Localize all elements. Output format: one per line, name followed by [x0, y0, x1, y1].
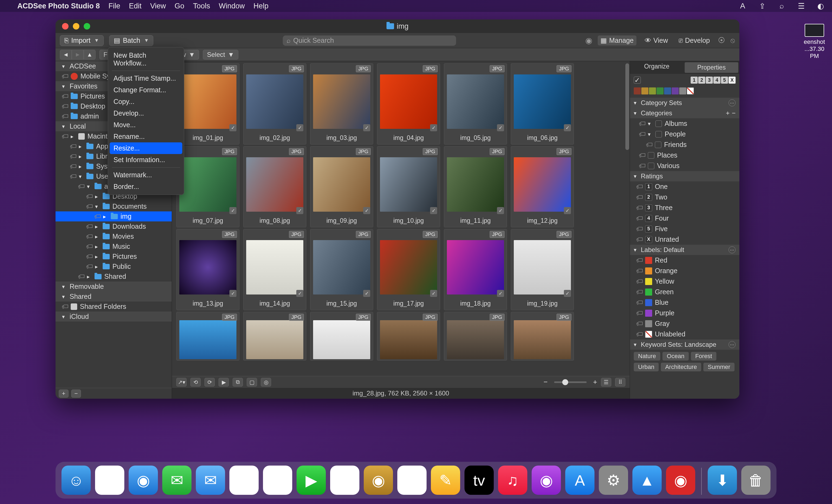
gear-icon[interactable]: ⋯ [729, 341, 735, 348]
rating-item[interactable]: 🏷XUnrated [630, 234, 739, 245]
thumbnail-cell[interactable]: JPG ✓ img_07.jpg [176, 146, 239, 228]
thumbnail-cell[interactable]: JPG ✓ img_14.jpg [243, 229, 306, 310]
select-dropdown[interactable]: Select▼ [203, 50, 238, 59]
dock-app[interactable]: ⚙ [599, 466, 628, 495]
thumbnail-cell[interactable]: JPG ✓ img_11.jpg [444, 146, 507, 228]
thumbnail-cell[interactable]: JPG ✓ img_09.jpg [310, 146, 373, 228]
keyword-chip[interactable]: Summer [703, 363, 734, 371]
label-swatch[interactable] [687, 87, 694, 95]
label-swatch[interactable] [664, 87, 671, 95]
section-category-sets[interactable]: ▾Category Sets ⋯ [630, 98, 739, 108]
label-swatch[interactable] [679, 87, 686, 95]
sidebar-item[interactable]: 🏷▸Downloads [55, 221, 172, 232]
rating-filter-3[interactable]: 3 [706, 77, 713, 84]
keyword-chip[interactable]: Ocean [662, 352, 689, 361]
rotate-left-button[interactable]: ⟲ [190, 378, 201, 387]
sidebar-item[interactable]: 🏷▸Music [55, 241, 172, 251]
thumbnail-cell[interactable]: JPG [511, 312, 574, 361]
compare-button[interactable]: ⧉ [233, 378, 243, 387]
dock-app[interactable]: ☺ [61, 466, 91, 495]
checkmark-icon[interactable]: ✓ [363, 124, 370, 131]
label-item[interactable]: 🏷Purple [630, 308, 739, 318]
label-item[interactable]: 🏷Orange [630, 266, 739, 276]
checkmark-icon[interactable]: ✓ [497, 207, 504, 214]
rating-filter-X[interactable]: X [729, 77, 735, 84]
rating-filter-4[interactable]: 4 [713, 77, 721, 84]
batch-menu-item[interactable]: Watermark... [110, 169, 182, 181]
label-item[interactable]: 🏷Blue [630, 297, 739, 308]
dock-app[interactable]: 20 [330, 466, 359, 495]
input-menu-icon[interactable]: A [737, 2, 748, 10]
dock-app[interactable]: 🗑 [741, 466, 771, 495]
thumbnail-cell[interactable]: JPG [444, 312, 507, 361]
label-swatch[interactable] [649, 87, 656, 95]
tab-organize[interactable]: Organize [630, 61, 683, 74]
label-item[interactable]: 🏷Yellow [630, 276, 739, 287]
checkmark-icon[interactable]: ✓ [229, 290, 236, 297]
rating-filter-2[interactable]: 2 [698, 77, 705, 84]
dock-app[interactable]: ⌖ [229, 466, 259, 495]
list-view-button[interactable]: ☰ [601, 378, 611, 387]
batch-menu-item[interactable]: Develop... [110, 107, 182, 119]
add-favorite-button[interactable]: + [59, 390, 69, 398]
thumbnail-size-slider[interactable] [554, 381, 587, 383]
sidebar-item[interactable]: 🏷▸Movies [55, 232, 172, 241]
keyword-chip[interactable]: Nature [634, 352, 660, 361]
checkmark-icon[interactable]: ✓ [564, 207, 571, 214]
checkmark-icon[interactable]: ✓ [363, 290, 370, 297]
checkmark-icon[interactable]: ✓ [363, 207, 370, 214]
desktop-screenshot-file[interactable]: eenshot ...37.30 PM [802, 24, 827, 59]
sidebar-section-header[interactable]: ▾Shared [55, 292, 172, 301]
checkmark-icon[interactable]: ✓ [564, 290, 571, 297]
label-item[interactable]: 🏷Green [630, 287, 739, 297]
dock-app[interactable]: tv [465, 466, 494, 495]
menu-tools[interactable]: Tools [193, 2, 210, 10]
category-item[interactable]: 🏷Friends [630, 139, 739, 150]
batch-button[interactable]: ▤ Batch ▼ [109, 35, 154, 46]
batch-menu-item[interactable]: Resize... [110, 142, 182, 154]
keyword-chip[interactable]: Urban [634, 363, 659, 371]
keyword-chip[interactable]: Forest [691, 352, 717, 361]
dock-app[interactable]: A [565, 466, 595, 495]
batch-menu-item[interactable]: Change Format... [110, 84, 182, 96]
thumbnail-cell[interactable]: JPG ✓ img_13.jpg [176, 229, 239, 310]
add-category-button[interactable]: + [726, 109, 730, 117]
zoom-in-button[interactable]: + [593, 378, 597, 386]
thumbnail-cell[interactable]: JPG ✓ img_18.jpg [444, 229, 507, 310]
label-swatch[interactable] [641, 87, 648, 95]
gear-icon[interactable]: ⋯ [729, 246, 735, 254]
import-button[interactable]: ⎘ Import ▼ [60, 35, 104, 46]
quick-search-input[interactable]: ⌕ Quick Search [283, 35, 456, 46]
batch-menu-item[interactable]: New Batch Workflow... [110, 50, 182, 69]
filter-checkbox[interactable]: ✓ [634, 77, 641, 84]
mode-manage[interactable]: ▦ Manage [598, 35, 636, 46]
minimize-button[interactable] [73, 23, 79, 29]
menu-file[interactable]: File [109, 2, 121, 10]
thumbnail-cell[interactable]: JPG ✓ img_08.jpg [243, 146, 306, 228]
sync-365-icon[interactable]: ⦿ [718, 36, 725, 45]
label-swatch[interactable] [656, 87, 664, 95]
rating-item[interactable]: 🏷5Five [630, 223, 739, 234]
mode-view[interactable]: 👁 View [642, 35, 671, 46]
thumbnail-cell[interactable]: JPG ✓ img_15.jpg [310, 229, 373, 310]
batch-menu-item[interactable]: Border... [110, 181, 182, 192]
nav-forward-button[interactable]: ► [72, 50, 84, 59]
sidebar-item[interactable]: 🏷▸img [55, 211, 172, 221]
sidebar-item[interactable]: 🏷▸Shared [55, 271, 172, 282]
user-icon[interactable]: ◉ [585, 36, 592, 45]
remove-favorite-button[interactable]: − [71, 390, 81, 398]
sidebar-section-header[interactable]: ▾Removable [55, 282, 172, 292]
fullscreen-button[interactable]: ▢ [247, 378, 257, 387]
rating-item[interactable]: 🏷2Two [630, 192, 739, 203]
thumbnail-cell[interactable]: JPG [310, 312, 373, 361]
batch-menu-item[interactable]: Rename... [110, 131, 182, 142]
thumbnail-cell[interactable]: JPG ✓ img_03.jpg [310, 63, 373, 144]
sidebar-item[interactable]: 🏷▸Public [55, 262, 172, 271]
dock-app[interactable]: ⬇ [708, 466, 737, 495]
rating-filter-1[interactable]: 1 [691, 77, 698, 84]
spotlight-icon[interactable]: ⌕ [776, 2, 787, 10]
section-labels[interactable]: ▾Labels: Default ⋯ [630, 245, 739, 255]
checkmark-icon[interactable]: ✓ [296, 207, 303, 214]
nav-up-button[interactable]: ▲ [84, 50, 96, 59]
thumbnail-cell[interactable]: JPG ✓ img_02.jpg [243, 63, 306, 144]
